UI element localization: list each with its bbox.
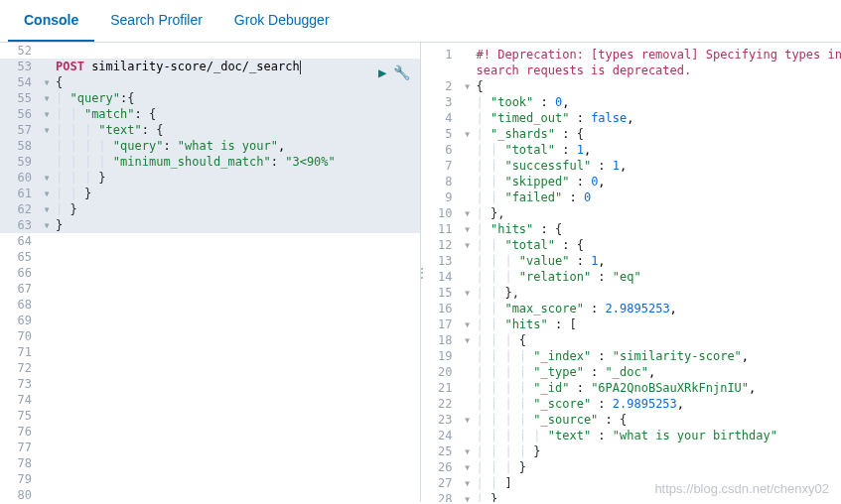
line-number: 80 xyxy=(0,487,42,502)
line-number: 55 xyxy=(0,90,42,106)
fold-toggle[interactable]: ▾ xyxy=(463,332,473,348)
response-line: 10▾| }, xyxy=(421,205,842,221)
request-editor[interactable]: ▶ 🔧 5253POST similarity-score/_doc/_sear… xyxy=(0,43,421,502)
code-line[interactable]: 77 xyxy=(0,440,420,455)
tab-console[interactable]: Console xyxy=(8,0,94,42)
response-line: 5▾| "_shards" : { xyxy=(421,126,842,142)
fold-toggle[interactable]: ▾ xyxy=(42,217,52,233)
code-line[interactable]: 74 xyxy=(0,392,420,408)
line-number: 65 xyxy=(0,249,42,265)
fold-toggle xyxy=(463,396,473,412)
fold-toggle[interactable]: ▾ xyxy=(463,285,473,301)
fold-toggle xyxy=(463,364,473,380)
fold-toggle[interactable]: ▾ xyxy=(463,316,473,332)
line-number: 56 xyxy=(0,106,42,122)
fold-toggle[interactable]: ▾ xyxy=(463,443,473,459)
line-number: 54 xyxy=(0,74,42,90)
fold-toggle[interactable]: ▾ xyxy=(463,126,473,142)
fold-toggle[interactable]: ▾ xyxy=(42,106,52,122)
line-number: 2 xyxy=(421,78,463,94)
line-number: 77 xyxy=(0,440,42,455)
response-line: 23▾| | | | "_source" : { xyxy=(421,412,842,428)
fold-toggle[interactable]: ▾ xyxy=(42,186,52,201)
fold-toggle xyxy=(463,47,473,63)
fold-toggle[interactable]: ▾ xyxy=(463,491,473,502)
code-line[interactable]: 70 xyxy=(0,328,420,344)
request-line[interactable]: 53POST similarity-score/_doc/_search xyxy=(0,59,420,74)
line-number: 1 xyxy=(421,47,463,63)
fold-toggle[interactable]: ▾ xyxy=(463,237,473,253)
line-number: 79 xyxy=(0,471,42,487)
line-number: 23 xyxy=(421,412,463,428)
code-line[interactable]: 72 xyxy=(0,360,420,376)
line-number: 76 xyxy=(0,424,42,440)
code-line[interactable]: 69 xyxy=(0,313,420,328)
fold-toggle xyxy=(463,348,473,364)
fold-toggle xyxy=(42,154,52,170)
request-actions: ▶ 🔧 xyxy=(378,64,409,80)
fold-toggle[interactable]: ▾ xyxy=(42,74,52,90)
code-line[interactable]: 54▾{ xyxy=(0,74,420,90)
fold-toggle[interactable]: ▾ xyxy=(463,459,473,475)
code-line[interactable]: 60▾| | | } xyxy=(0,170,420,186)
fold-toggle xyxy=(463,174,473,189)
line-number: 61 xyxy=(0,186,42,201)
fold-toggle xyxy=(463,428,473,443)
line-number: 9 xyxy=(421,189,463,205)
line-number: 69 xyxy=(0,313,42,328)
line-number: 72 xyxy=(0,360,42,376)
fold-toggle xyxy=(463,63,473,78)
fold-toggle[interactable]: ▾ xyxy=(42,170,52,186)
code-line[interactable]: 76 xyxy=(0,424,420,440)
response-line: 15▾| | }, xyxy=(421,285,842,301)
fold-toggle[interactable]: ▾ xyxy=(463,475,473,491)
fold-toggle[interactable]: ▾ xyxy=(42,122,52,138)
code-line[interactable]: 75 xyxy=(0,408,420,424)
fold-toggle[interactable]: ▾ xyxy=(463,205,473,221)
fold-toggle[interactable]: ▾ xyxy=(42,90,52,106)
line-number: 14 xyxy=(421,269,463,285)
response-line: 14| | | "relation" : "eq" xyxy=(421,269,842,285)
wrench-icon[interactable]: 🔧 xyxy=(393,64,410,80)
code-line[interactable]: 71 xyxy=(0,344,420,360)
code-line[interactable]: 55▾| "query":{ xyxy=(0,90,420,106)
line-number: 18 xyxy=(421,332,463,348)
fold-toggle[interactable]: ▾ xyxy=(463,221,473,237)
code-line[interactable]: 65 xyxy=(0,249,420,265)
play-icon[interactable]: ▶ xyxy=(378,64,386,80)
pane-splitter[interactable]: ⋮ xyxy=(415,265,427,281)
response-viewer[interactable]: 1#! Deprecation: [types removal] Specify… xyxy=(421,43,842,502)
code-line[interactable]: 56▾| | "match": { xyxy=(0,106,420,122)
code-line[interactable]: 80 xyxy=(0,487,420,502)
code-line[interactable]: 79 xyxy=(0,471,420,487)
line-number: 27 xyxy=(421,475,463,491)
code-line[interactable]: 57▾| | | "text": { xyxy=(0,122,420,138)
line-number: 4 xyxy=(421,110,463,126)
fold-toggle xyxy=(463,158,473,174)
code-line[interactable]: 66 xyxy=(0,265,420,281)
code-line[interactable]: 78 xyxy=(0,455,420,471)
code-line[interactable]: 59| | | | "minimum_should_match": "3<90%… xyxy=(0,154,420,170)
line-number: 24 xyxy=(421,428,463,443)
code-line[interactable]: 61▾| | } xyxy=(0,186,420,201)
line-number: 19 xyxy=(421,348,463,364)
response-line: 22| | | | "_score" : 2.9895253, xyxy=(421,396,842,412)
fold-toggle[interactable]: ▾ xyxy=(42,201,52,217)
code-line[interactable]: 67 xyxy=(0,281,420,297)
line-number: 10 xyxy=(421,205,463,221)
tab-search-profiler[interactable]: Search Profiler xyxy=(94,0,218,42)
code-line[interactable]: 58| | | | "query": "what is your", xyxy=(0,138,420,154)
fold-toggle[interactable]: ▾ xyxy=(463,78,473,94)
code-line[interactable]: 73 xyxy=(0,376,420,392)
fold-toggle xyxy=(463,142,473,158)
code-line[interactable]: 64 xyxy=(0,233,420,249)
fold-gutter xyxy=(42,59,52,74)
code-line[interactable]: 63▾} xyxy=(0,217,420,233)
code-line[interactable]: 62▾| } xyxy=(0,201,420,217)
tab-grok-debugger[interactable]: Grok Debugger xyxy=(218,0,346,42)
line-number: 64 xyxy=(0,233,42,249)
response-line: search requests is deprecated. xyxy=(421,63,842,78)
code-line[interactable]: 68 xyxy=(0,297,420,313)
response-line: 7| | "successful" : 1, xyxy=(421,158,842,174)
fold-toggle[interactable]: ▾ xyxy=(463,412,473,428)
